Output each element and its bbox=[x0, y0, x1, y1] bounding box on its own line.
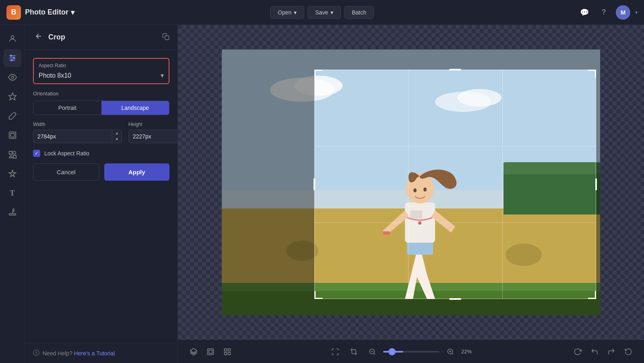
avatar-initial: M bbox=[621, 9, 626, 16]
svg-line-48 bbox=[452, 353, 453, 354]
corner-handle-tr[interactable] bbox=[588, 70, 596, 78]
aspect-ratio-select[interactable]: Photo 8x10 ▾ bbox=[39, 72, 164, 79]
panel-header-left: Crop bbox=[33, 31, 65, 43]
sidebar-btn-layers[interactable] bbox=[4, 126, 21, 144]
apply-button[interactable]: Apply bbox=[104, 163, 170, 181]
zoom-percentage: 22% bbox=[461, 349, 477, 355]
sidebar-btn-effects[interactable] bbox=[4, 165, 21, 183]
text-icon-label: T bbox=[10, 189, 14, 198]
undo-button[interactable] bbox=[587, 344, 602, 359]
orientation-section: Orientation Portrait Landscape bbox=[33, 91, 169, 115]
sidebar-btn-eye[interactable] bbox=[4, 68, 21, 86]
svg-rect-9 bbox=[9, 132, 16, 139]
bottom-center-tools: 22% bbox=[328, 344, 477, 359]
aspect-ratio-value: Photo 8x10 bbox=[39, 72, 71, 79]
topbar-center-actions: Open ▾ Save ▾ Batch bbox=[270, 6, 374, 19]
redo-button[interactable] bbox=[604, 344, 619, 359]
sidebar-btn-magic[interactable] bbox=[4, 88, 21, 105]
help-text: Need Help? Here's a Tutorial bbox=[43, 350, 115, 357]
avatar-chevron[interactable]: ▾ bbox=[635, 10, 638, 15]
crop-fit-button[interactable] bbox=[346, 344, 361, 359]
bottom-toolbar: 22% bbox=[178, 340, 644, 363]
main-layout: T Crop bbox=[0, 25, 644, 363]
crop-panel: Crop Aspect Ratio Photo 8x10 ▾ Orientati… bbox=[25, 25, 178, 363]
corner-handle-tl[interactable] bbox=[314, 70, 322, 78]
zoom-slider-wrap bbox=[383, 351, 440, 353]
edge-handle-bottom[interactable] bbox=[449, 298, 461, 300]
back-button[interactable] bbox=[33, 31, 44, 43]
landscape-button[interactable]: Landscape bbox=[101, 101, 169, 115]
aspect-ratio-label: Aspect Ratio bbox=[39, 63, 164, 68]
grid-line-h2 bbox=[314, 223, 596, 223]
svg-rect-39 bbox=[208, 349, 214, 355]
canvas-viewport bbox=[178, 25, 644, 340]
fit-screen-button[interactable] bbox=[328, 344, 343, 359]
crop-border bbox=[314, 70, 596, 299]
cancel-button[interactable]: Cancel bbox=[33, 163, 99, 181]
sidebar-btn-shapes[interactable] bbox=[4, 146, 21, 163]
app-title-text: Photo Editor bbox=[25, 8, 68, 16]
help-row: ⓘ Need Help? Here's a Tutorial bbox=[25, 343, 178, 363]
svg-rect-42 bbox=[225, 352, 227, 355]
width-increment[interactable]: ▲ bbox=[112, 130, 122, 136]
portrait-button[interactable]: Portrait bbox=[33, 101, 101, 115]
svg-rect-41 bbox=[228, 349, 231, 351]
zoom-out-button[interactable] bbox=[365, 344, 380, 359]
refresh-button[interactable] bbox=[570, 344, 585, 359]
help-icon-button[interactable]: ? bbox=[597, 5, 611, 20]
grid-line-h1 bbox=[314, 146, 596, 146]
zoom-in-button[interactable] bbox=[443, 344, 458, 359]
sidebar-btn-person[interactable] bbox=[4, 30, 21, 47]
open-button[interactable]: Open ▾ bbox=[270, 6, 304, 19]
bottom-right-tools bbox=[570, 344, 636, 359]
sidebar-btn-stamp[interactable] bbox=[4, 204, 21, 221]
svg-point-0 bbox=[11, 36, 14, 39]
apply-label: Apply bbox=[128, 169, 145, 175]
help-tutorial-link[interactable]: Here's a Tutorial bbox=[74, 350, 115, 357]
orientation-label: Orientation bbox=[33, 91, 169, 97]
svg-rect-15 bbox=[9, 214, 16, 215]
panel-title: Crop bbox=[48, 33, 65, 41]
open-chevron: ▾ bbox=[294, 9, 297, 16]
reset-button[interactable] bbox=[621, 344, 636, 359]
edge-handle-left[interactable] bbox=[314, 178, 315, 190]
aspect-ratio-box: Aspect Ratio Photo 8x10 ▾ bbox=[33, 58, 169, 84]
lock-checkbox[interactable]: ✓ bbox=[33, 150, 40, 157]
corner-handle-bl[interactable] bbox=[314, 291, 322, 299]
svg-point-2 bbox=[10, 55, 12, 57]
sidebar-btn-text[interactable]: T bbox=[4, 184, 21, 202]
layers-toggle-button[interactable] bbox=[186, 344, 201, 359]
avatar[interactable]: M bbox=[616, 5, 630, 20]
corner-handle-br[interactable] bbox=[588, 291, 596, 299]
width-spinners: ▲ ▼ bbox=[112, 130, 122, 142]
app-title-area[interactable]: Photo Editor ▾ bbox=[25, 8, 74, 17]
zoom-slider[interactable] bbox=[383, 351, 440, 353]
sidebar-btn-adjustments[interactable] bbox=[4, 49, 21, 67]
action-row: Cancel Apply bbox=[33, 163, 169, 181]
edge-handle-top[interactable] bbox=[449, 69, 461, 70]
width-input-wrap: ▲ ▼ bbox=[33, 130, 122, 143]
dim-overlay-left bbox=[222, 50, 314, 315]
svg-rect-16 bbox=[165, 35, 169, 39]
app-title-chevron: ▾ bbox=[71, 8, 74, 17]
grid-line-v2 bbox=[502, 70, 503, 299]
svg-marker-8 bbox=[8, 93, 16, 100]
grid-button[interactable] bbox=[220, 344, 235, 359]
width-input[interactable] bbox=[33, 130, 112, 143]
crop-overlay[interactable] bbox=[314, 70, 596, 299]
save-button[interactable]: Save ▾ bbox=[308, 6, 341, 19]
edge-handle-right[interactable] bbox=[595, 178, 597, 190]
chat-icon-button[interactable]: 💬 bbox=[577, 5, 592, 20]
svg-line-45 bbox=[374, 353, 375, 354]
copy-button[interactable] bbox=[162, 33, 169, 42]
frames-button[interactable] bbox=[203, 344, 218, 359]
width-decrement[interactable]: ▼ bbox=[112, 136, 122, 142]
bottom-left-tools bbox=[186, 344, 235, 359]
batch-button[interactable]: Batch bbox=[344, 6, 374, 19]
sidebar-btn-paint[interactable] bbox=[4, 107, 21, 125]
dimensions-row: Width ▲ ▼ Height ▲ bbox=[33, 122, 169, 143]
svg-rect-43 bbox=[228, 352, 231, 355]
save-label: Save bbox=[315, 9, 328, 16]
panel-header: Crop bbox=[25, 25, 178, 50]
app-logo: B bbox=[6, 5, 21, 20]
